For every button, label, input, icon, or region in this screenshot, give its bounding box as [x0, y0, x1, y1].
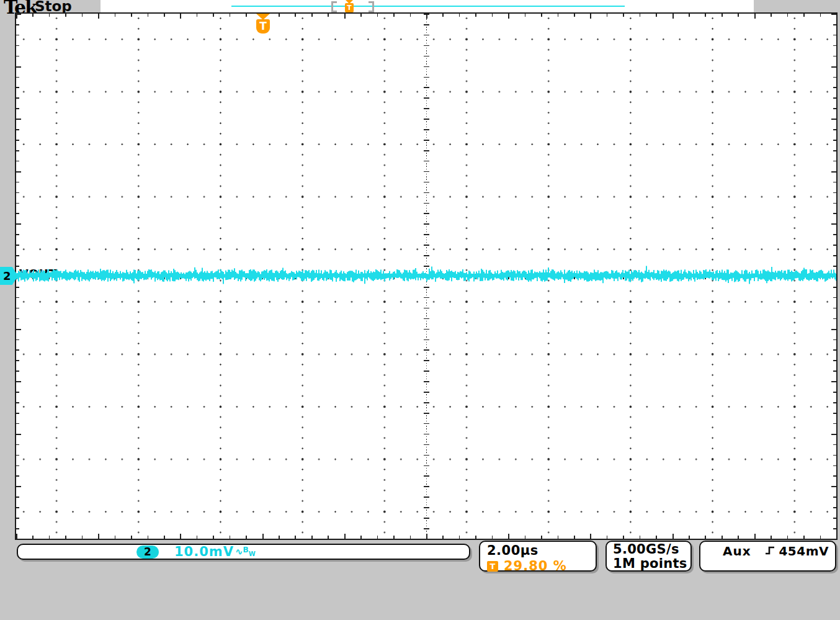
record-length: 1M points [613, 557, 690, 571]
timebase-readout-box[interactable]: 2.00µs T 29.80 % [479, 541, 597, 572]
channel-2-scale: 10.0mV [174, 544, 234, 559]
trigger-level: 454mV [779, 544, 829, 559]
waveform [16, 261, 836, 290]
trigger-position-marker[interactable]: T [256, 19, 270, 34]
trigger-t-icon: T [487, 561, 498, 572]
bandwidth-limit-icon: B [243, 546, 249, 554]
trigger-source: Aux [723, 544, 751, 559]
record-view-waveform [231, 6, 625, 7]
sample-rate: 5.00GS/s [613, 542, 690, 557]
rising-edge-icon [765, 546, 775, 555]
record-view-trigger-icon[interactable]: T [345, 3, 354, 12]
coupling-sine-icon: ∿ [235, 546, 243, 557]
trigger-position-readout: 29.80 % [504, 559, 567, 573]
channel-readout-box[interactable]: 2 10.0mV ∿BW [17, 544, 470, 560]
channel-2-indicator-icons: ∿BW [235, 546, 256, 559]
trigger-readout-box[interactable]: Aux 454mV [699, 541, 836, 572]
record-view-bracket-right-icon[interactable] [369, 1, 374, 12]
record-view-bracket-left-icon[interactable] [331, 1, 337, 12]
channel-2-badge: 2 [136, 546, 159, 559]
timebase-scale: 2.00µs [487, 543, 596, 558]
bandwidth-limit-icon-sub: W [249, 550, 256, 557]
acquisition-readout-box[interactable]: 5.00GS/s 1M points [605, 541, 692, 572]
